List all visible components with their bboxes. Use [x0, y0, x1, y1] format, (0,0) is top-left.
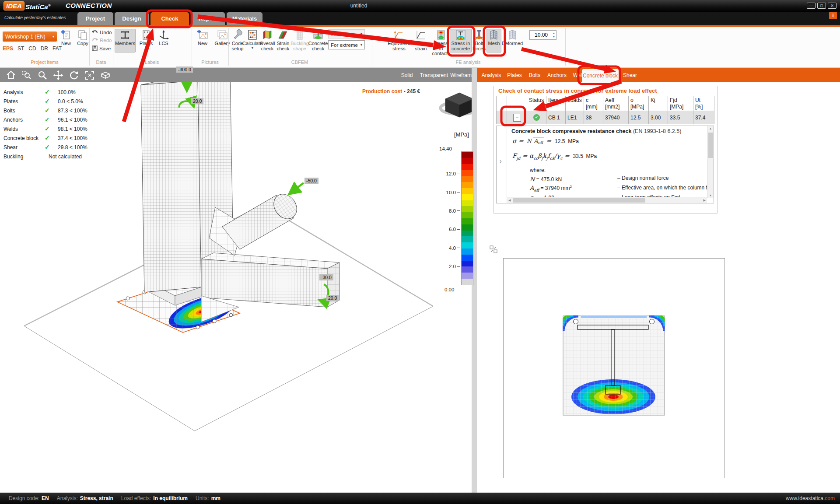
stress-in-contacts-button[interactable]: Stress in contacts: [432, 29, 450, 52]
col-c: c[mm]: [584, 96, 603, 111]
stress-in-concrete-button[interactable]: Stress in concrete: [450, 29, 472, 52]
tab-report[interactable]: Report: [191, 12, 225, 25]
maximize-button[interactable]: □: [817, 3, 826, 9]
horizontal-scrollbar[interactable]: ◀▶: [507, 197, 707, 203]
deformed-icon: [507, 29, 518, 41]
view-mode-solid[interactable]: Solid: [399, 68, 415, 82]
bolt-forces-icon: [473, 29, 485, 41]
production-cost: Production cost - 245 €: [362, 88, 420, 94]
load-effect-dropdown[interactable]: LE1▾: [328, 29, 365, 38]
info-badge[interactable]: i: [829, 12, 837, 19]
spinner-arrows[interactable]: ▲▼: [553, 32, 556, 39]
rtab-concrete-block[interactable]: Concrete block: [582, 69, 619, 82]
status-bar: Design code:EN Analysis:Stress, strain L…: [0, 493, 840, 504]
where-row-aeff: Aeff = 37940 mm2 – Effective area, on wh…: [530, 185, 572, 192]
plates-button[interactable]: Plates: [137, 29, 155, 52]
collapse-row-button[interactable]: −: [513, 114, 521, 122]
rotate-icon[interactable]: [68, 70, 80, 80]
buckling-shape-button[interactable]: Buckling shape: [291, 29, 308, 52]
deformed-scale-spinner[interactable]: 10.00 ▲▼: [529, 30, 556, 40]
group-label-pictures: Pictures: [192, 60, 228, 66]
type-eps[interactable]: EPS: [3, 46, 13, 52]
group-label-data: Data: [89, 60, 113, 66]
vertical-scrollbar[interactable]: ▲▼: [707, 126, 714, 198]
redo-button[interactable]: Redo: [92, 38, 112, 43]
deformed-button[interactable]: Deformed: [502, 29, 522, 52]
ribbon: Workshop 1 (EN)▾ EPS ST CD DR FAT New Co…: [0, 27, 840, 68]
minimize-button[interactable]: —: [807, 3, 816, 9]
home-icon[interactable]: [5, 70, 17, 80]
gallery-button[interactable]: Gallery: [213, 29, 232, 52]
project-item-dropdown[interactable]: Workshop 1 (EN)▾: [3, 32, 57, 42]
group-label-cbfem: CBFEM: [228, 60, 371, 66]
module-name: CONNECTION: [66, 2, 112, 9]
row-c-cell: 38: [584, 111, 603, 124]
plate-icon: [140, 29, 152, 41]
zoom-fit-icon[interactable]: [84, 70, 95, 80]
save-icon: [92, 46, 98, 51]
detail-expander[interactable]: ›: [497, 126, 507, 203]
view-mode-wireframe[interactable]: Wireframe: [453, 68, 472, 82]
tab-check[interactable]: Check: [150, 12, 189, 25]
rtab-analysis[interactable]: Analysis: [480, 68, 502, 82]
rtab-anchors[interactable]: Anchors: [546, 68, 568, 82]
tab-design[interactable]: Design: [115, 12, 149, 25]
new-document-icon: [60, 29, 72, 41]
stress-in-contacts-icon: [435, 29, 447, 41]
copy-button[interactable]: Copy: [75, 29, 90, 52]
pan-icon[interactable]: [52, 70, 64, 80]
equivalent-stress-button[interactable]: Equivalent stress: [388, 29, 410, 52]
check-icon: ✓: [45, 144, 50, 150]
row-sigma-cell: 12.5: [629, 111, 649, 124]
type-cd[interactable]: CD: [28, 46, 36, 52]
extreme-dropdown[interactable]: For extreme▾: [328, 40, 365, 49]
new-picture-button[interactable]: New: [194, 29, 211, 52]
lcs-button[interactable]: LCS: [156, 29, 172, 52]
check-section-title: Check of contact stress in concrete for …: [498, 88, 657, 94]
color-scale-bar: [461, 151, 473, 285]
tab-materials[interactable]: Materials: [227, 12, 262, 25]
zoom-window-icon[interactable]: [21, 70, 32, 80]
new-project-item-button[interactable]: New: [59, 29, 74, 52]
check-icon: ✓: [45, 116, 50, 123]
close-button[interactable]: ✕: [828, 3, 836, 9]
check-icon: ✓: [45, 107, 50, 114]
concrete-check-button[interactable]: Concrete check: [310, 29, 326, 52]
contact-stress-plot: [563, 315, 665, 416]
status-load-effects: Load effects:In equilibrium: [121, 495, 188, 501]
rtab-shear[interactable]: Shear: [621, 68, 639, 82]
bolt-forces-button[interactable]: Bolt forces: [472, 29, 486, 52]
strain-check-button[interactable]: Strain check: [276, 29, 290, 52]
mesh-button[interactable]: Mesh: [486, 29, 501, 52]
type-st[interactable]: ST: [18, 46, 24, 52]
view-mode-transparent[interactable]: Transparent: [416, 68, 452, 82]
plastic-strain-button[interactable]: Plastic strain: [411, 29, 430, 52]
tab-project[interactable]: Project: [77, 12, 113, 25]
members-button[interactable]: Members: [115, 29, 136, 52]
col-fjd: Fjd[MPa]: [668, 96, 693, 111]
zoom-icon[interactable]: [37, 70, 48, 80]
col-loads: Loads: [566, 96, 584, 111]
row-aeff-cell: 37940: [603, 111, 629, 124]
redo-icon: [92, 38, 98, 43]
col-expand: [497, 96, 507, 111]
scale-min: 0.00: [444, 287, 454, 292]
rtab-plates[interactable]: Plates: [506, 68, 523, 82]
overall-check-button[interactable]: Overall check: [260, 29, 275, 52]
save-button[interactable]: Save: [92, 46, 111, 51]
type-dr[interactable]: DR: [41, 46, 48, 52]
website-link[interactable]: www.ideastatica.com: [786, 495, 835, 501]
main-tab-bar: Calculate yesterday's estimates Project …: [0, 12, 840, 25]
row-fjd-cell: 33.5: [668, 111, 693, 124]
expand-picture-icon[interactable]: [489, 245, 498, 254]
result-tab-bar: Analysis Plates Bolts Anchors Welds Conc…: [477, 68, 840, 82]
formula-fjd: Fjd = αccβjkjfck/γc = 33.5 MPa: [512, 152, 597, 161]
row-expand-cell: [497, 111, 507, 124]
group-label-project-items: Project items: [0, 60, 89, 66]
section-box-icon[interactable]: [100, 70, 111, 80]
undo-button[interactable]: Undo: [92, 30, 112, 35]
rtab-bolts[interactable]: Bolts: [527, 68, 542, 82]
model-3d-viewport[interactable]: [0, 82, 472, 493]
calculate-button[interactable]: Calculate ▼: [245, 29, 260, 52]
plastic-strain-icon: [415, 29, 427, 41]
